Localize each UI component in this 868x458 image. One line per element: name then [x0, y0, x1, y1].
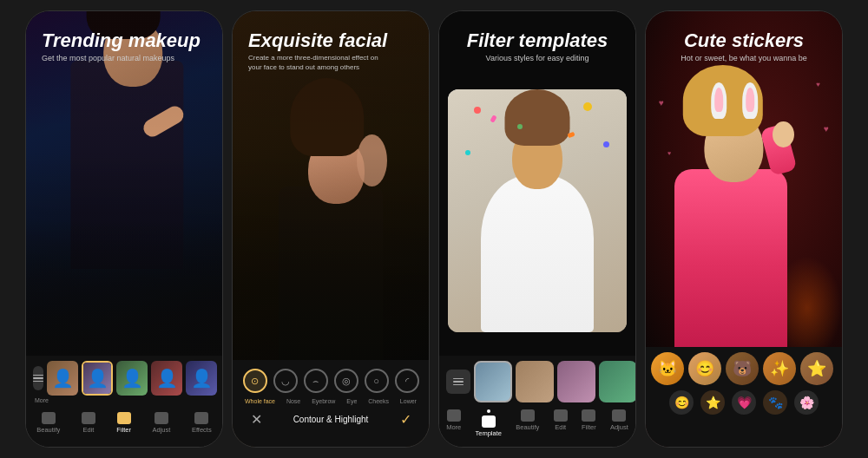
sticker-item-1[interactable]: 🐱 — [651, 352, 684, 385]
screen2-top-text: Exquisite facial Create a more three-dim… — [248, 30, 387, 72]
filter-thumb-2[interactable] — [516, 361, 554, 402]
nav3-template[interactable]: Template — [476, 409, 502, 437]
cancel-button[interactable]: ✕ — [247, 409, 266, 429]
screen1-thumbnail-row — [26, 356, 222, 397]
tool-cheeks[interactable]: ○ — [365, 369, 389, 393]
screen2-action-label: Contour & Highlight — [293, 415, 369, 424]
confetti-4 — [603, 141, 609, 147]
screen1-more-icon[interactable] — [33, 366, 43, 390]
screen4-background: ♥ ♥ ♥ ♥ — [646, 11, 842, 360]
screen3-more-icon[interactable] — [446, 370, 470, 394]
confetti-1 — [474, 107, 481, 114]
confetti-3 — [583, 102, 592, 111]
screen4-emoji-row: 😊 ⭐ 💗 🐾 🌸 — [646, 387, 842, 418]
screen1-title: Trending makeup — [42, 30, 201, 51]
thumbnail-2[interactable] — [82, 361, 113, 396]
emoji-btn-4[interactable]: 🐾 — [763, 390, 787, 415]
heart-3: ♥ — [667, 150, 671, 156]
screen2-tool-row: ⊙ ◡ ⌢ ◎ ○ ◜ — [233, 360, 429, 396]
filter-thumb-3[interactable] — [557, 361, 595, 402]
screen1-subtitle: Get the most popular natural makeups — [42, 54, 201, 62]
screen-cute-stickers: ♥ ♥ ♥ ♥ Cute stickers Hot or sweet, be w… — [645, 10, 843, 448]
screen2-title: Exquisite facial — [248, 30, 387, 51]
screen2-subtitle: Create a more three-dimensional effect o… — [248, 54, 387, 72]
screen3-filter-thumbs — [439, 356, 635, 404]
nav-edit[interactable]: Edit — [82, 412, 95, 434]
thumbnail-4[interactable] — [151, 361, 182, 396]
screen2-bottom-bar: ⊙ ◡ ⌢ ◎ ○ ◜ Whole face — [233, 360, 429, 447]
nav-adjust[interactable]: Adjust — [153, 412, 171, 434]
screen3-nav-bar: More Template Beautify Edit Filte — [439, 406, 635, 441]
screen3-main-photo — [448, 89, 627, 332]
tool-whole-face[interactable]: ⊙ — [243, 369, 267, 393]
emoji-btn-1[interactable]: 😊 — [669, 390, 694, 415]
screens-container: Trending makeup Get the most popular nat… — [0, 0, 868, 458]
screen1-person — [26, 11, 222, 360]
screen-filter-templates: Filter templates Various styles for easy… — [438, 10, 636, 448]
screen4-subtitle: Hot or sweet, be what you wanna be — [681, 54, 807, 62]
nav-effects[interactable]: Effects — [192, 412, 212, 434]
screen4-title: Cute stickers — [681, 30, 807, 51]
bunny-ears-decoration — [711, 82, 758, 119]
nav3-beautify[interactable]: Beautify — [516, 409, 539, 437]
sticker-item-3[interactable]: 🐻 — [726, 352, 759, 385]
heart-1: ♥ — [659, 98, 664, 108]
screen1-top-text: Trending makeup Get the most popular nat… — [42, 30, 201, 62]
screen3-top-text: Filter templates Various styles for easy… — [467, 30, 608, 62]
nav3-filter[interactable]: Filter — [582, 409, 596, 437]
emoji-btn-2[interactable]: ⭐ — [700, 390, 725, 415]
tool-eye[interactable]: ◎ — [334, 369, 358, 393]
sticker-item-5[interactable]: ⭐ — [800, 352, 833, 385]
confetti-6 — [465, 150, 470, 155]
confetti-5 — [490, 114, 496, 122]
nav3-edit[interactable]: Edit — [554, 409, 568, 437]
screen4-sticker-row: 🐱 😊 🐻 ✨ ⭐ — [646, 347, 842, 387]
tool-lower[interactable]: ◜ — [395, 369, 419, 393]
screen-trending-makeup: Trending makeup Get the most popular nat… — [25, 10, 223, 448]
screen4-bottom-bar: 🐱 😊 🐻 ✨ ⭐ 😊 ⭐ 💗 🐾 🌸 — [646, 347, 842, 447]
sticker-item-4[interactable]: ✨ — [763, 352, 796, 385]
screen3-bottom-bar: More Template Beautify Edit Filte — [439, 356, 635, 447]
screen1-bottom-bar: More Beautify Edit Filter Adjust — [26, 356, 222, 447]
thumbnail-3[interactable] — [116, 361, 148, 396]
nav-beautify[interactable]: Beautify — [36, 412, 60, 434]
nav-filter[interactable]: Filter — [116, 412, 131, 434]
thumbnail-1[interactable] — [47, 361, 78, 396]
nav3-adjust[interactable]: Adjust — [610, 409, 628, 437]
emoji-btn-3[interactable]: 💗 — [732, 390, 756, 415]
screen1-nav-bar: Beautify Edit Filter Adjust Effects — [26, 407, 222, 439]
heart-4: ♥ — [816, 81, 820, 88]
confetti-2 — [517, 124, 523, 129]
screen1-overlay — [26, 11, 222, 360]
screen1-more-label: More — [26, 397, 222, 403]
emoji-btn-5[interactable]: 🌸 — [794, 390, 819, 415]
confirm-button[interactable]: ✓ — [396, 409, 415, 429]
screen2-action-row: ✕ Contour & Highlight ✓ — [233, 406, 429, 432]
screen-exquisite-facial: Exquisite facial Create a more three-dim… — [232, 10, 430, 448]
filter-thumb-4[interactable] — [599, 361, 635, 402]
nav3-more[interactable]: More — [446, 409, 461, 437]
thumbnail-5[interactable] — [186, 361, 217, 396]
tool-nose[interactable]: ◡ — [273, 369, 298, 393]
screen3-title: Filter templates — [467, 30, 608, 51]
screen1-background — [26, 11, 222, 360]
heart-2: ♥ — [824, 124, 829, 134]
screen4-top-text: Cute stickers Hot or sweet, be what you … — [681, 30, 807, 62]
screen3-subtitle: Various styles for easy editing — [467, 54, 608, 62]
sticker-item-2[interactable]: 😊 — [688, 352, 721, 385]
filter-thumb-1[interactable] — [474, 361, 512, 402]
tool-eyebrow[interactable]: ⌢ — [304, 369, 328, 393]
nav3-active-dot — [487, 409, 490, 413]
screen2-tool-labels: Whole face Nose Eyebrow Eye Cheeks Lower — [233, 396, 429, 406]
